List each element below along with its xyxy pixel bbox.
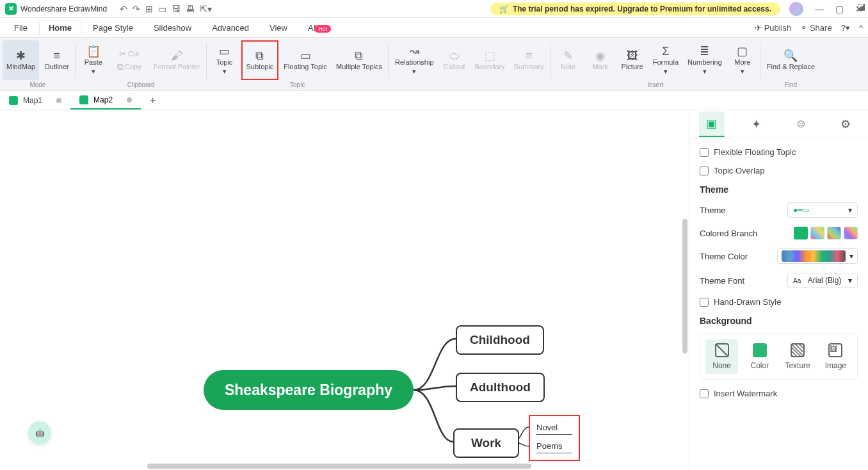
relationship-icon: ↝ — [410, 45, 419, 57]
numbering-button[interactable]: ≣Numbering▾ — [684, 40, 726, 80]
user-avatar[interactable] — [789, 2, 803, 16]
doc-tab-map1[interactable]: Map1 — [0, 91, 70, 109]
modified-dot — [56, 98, 61, 103]
panel-toggle-icon[interactable]: ◪ — [857, 1, 865, 12]
note-button[interactable]: ✎Note — [553, 40, 584, 80]
central-topic[interactable]: Sheakspeare Biography — [204, 370, 414, 410]
multiple-topics-button[interactable]: ⧉Multiple Topics — [332, 40, 386, 80]
theme-color-selector[interactable]: ▾ — [777, 248, 858, 264]
boundary-button[interactable]: ⬚Boundary — [471, 40, 509, 80]
swatch-4[interactable] — [844, 227, 858, 239]
cut-button[interactable]: ✂Cut — [110, 48, 149, 60]
theme-font-label: Theme Font — [700, 276, 744, 286]
paste-button[interactable]: 📋Paste▾ — [78, 40, 109, 80]
picture-button[interactable]: 🖼Picture — [617, 40, 648, 80]
format-painter-button[interactable]: 🖌Format Painter — [150, 40, 204, 80]
chat-fab[interactable]: 🤖 — [28, 421, 51, 444]
menu-advanced[interactable]: Advanced — [203, 20, 258, 35]
vertical-scrollbar[interactable] — [682, 219, 687, 353]
open-icon[interactable]: ▭ — [158, 4, 166, 14]
find-replace-button[interactable]: 🔍Find & Replace — [763, 40, 819, 80]
relationship-button[interactable]: ↝Relationship▾ — [391, 40, 438, 80]
swatch-2[interactable] — [810, 227, 824, 239]
theme-color-label: Theme Color — [700, 252, 748, 261]
color-icon — [753, 343, 767, 357]
formula-icon: Σ — [662, 45, 669, 57]
menu-home[interactable]: Home — [39, 20, 81, 35]
bg-image-button[interactable]: 🖼Image — [819, 339, 852, 374]
branch-swatches — [794, 227, 858, 239]
outliner-button[interactable]: ≡Outliner — [40, 40, 73, 80]
maximize-icon[interactable]: ▢ — [835, 4, 844, 14]
panel-tab-icons[interactable]: ☺ — [788, 111, 814, 137]
save-icon[interactable]: 🖫 — [172, 4, 181, 14]
doc-tab-map2[interactable]: Map2 — [70, 91, 141, 109]
multiple-icon: ⧉ — [355, 50, 363, 61]
floating-topic-button[interactable]: ▭Floating Topic — [280, 40, 331, 80]
panel-tab-style[interactable]: ▣ — [699, 111, 725, 137]
topic-childhood[interactable]: Childhood — [456, 325, 544, 355]
watermark-checkbox[interactable]: Insert Watermark — [700, 389, 858, 398]
clipboard-group-label: Clipboard — [127, 80, 155, 90]
topic-adulthood[interactable]: Adulthood — [456, 373, 545, 402]
summary-button[interactable]: ≡Summary — [510, 40, 548, 80]
publish-button[interactable]: ✈ Publish — [755, 23, 791, 33]
subtopic-novel[interactable]: Novel — [536, 423, 572, 435]
redo-icon[interactable]: ↷ — [133, 4, 140, 14]
share-button[interactable]: ⚬ Share — [800, 23, 832, 33]
bg-texture-button[interactable]: Texture — [782, 339, 814, 374]
mark-button[interactable]: ◉Mark — [585, 40, 616, 80]
subtopic-button[interactable]: ⧉Subtopic — [241, 40, 279, 80]
horizontal-scrollbar[interactable] — [147, 464, 531, 469]
theme-font-selector[interactable]: AaArial (Big)▾ — [787, 273, 858, 288]
menu-ai[interactable]: AIHot — [299, 20, 340, 35]
menu-bar: File Home Page Style Slideshow Advanced … — [0, 18, 868, 37]
formula-button[interactable]: ΣFormula▾ — [649, 40, 682, 80]
colored-branch-label: Colored Branch — [700, 229, 757, 238]
topic-group-label: Topic — [290, 80, 305, 90]
new-icon[interactable]: ⊞ — [145, 4, 153, 14]
print-icon[interactable]: 🖶 — [186, 4, 195, 14]
menu-page-style[interactable]: Page Style — [84, 20, 142, 35]
app-icon: ✕ — [5, 3, 17, 15]
bg-none-button[interactable]: None — [705, 339, 738, 374]
menu-file[interactable]: File — [5, 20, 36, 35]
topic-icon: ▭ — [219, 45, 230, 57]
copy-button[interactable]: ⧉Copy — [110, 61, 149, 72]
topic-overlap-checkbox[interactable]: Topic Overlap — [700, 166, 858, 175]
ribbon: ✱MindMap ≡Outliner Mode 📋Paste▾ ✂Cut ⧉Co… — [0, 37, 868, 91]
callout-button[interactable]: ⬭Callout — [439, 40, 470, 80]
subtopic-poems[interactable]: Poems — [536, 441, 572, 453]
subtopic-icon: ⧉ — [255, 50, 264, 61]
mindmap-button[interactable]: ✱MindMap — [3, 40, 39, 80]
panel-tab-ai[interactable]: ✦ — [744, 111, 769, 137]
help-icon[interactable]: ?▾ — [841, 23, 850, 33]
undo-icon[interactable]: ↶ — [120, 4, 127, 14]
panel-tab-settings[interactable]: ⚙ — [833, 111, 858, 137]
menu-view[interactable]: View — [261, 20, 296, 35]
add-tab-button[interactable]: + — [145, 95, 161, 106]
title-bar: ✕ Wondershare EdrawMind ↶ ↷ ⊞ ▭ 🖫 🖶 ⇱▾ 🛒… — [0, 0, 868, 18]
topic-button[interactable]: ▭Topic▾ — [209, 40, 240, 80]
export-icon[interactable]: ⇱▾ — [200, 4, 212, 14]
outliner-icon: ≡ — [53, 50, 60, 61]
topic-work[interactable]: Work — [453, 428, 519, 458]
minimize-icon[interactable]: — — [815, 4, 824, 14]
hand-drawn-checkbox[interactable]: Hand-Drawn Style — [700, 297, 858, 307]
more-button[interactable]: ▢More▾ — [727, 40, 758, 80]
floating-icon: ▭ — [300, 50, 311, 61]
bg-color-button[interactable]: Color — [743, 339, 776, 374]
flexible-floating-checkbox[interactable]: Flexible Floating Topic — [700, 147, 858, 157]
app-title: Wondershare EdrawMind — [20, 4, 107, 13]
document-tabs: Map1 Map2 + ◪ — [0, 91, 868, 110]
workspace: Sheakspeare Biography Childhood Adulthoo… — [0, 110, 868, 470]
color-strip — [782, 250, 846, 262]
collapse-ribbon-icon[interactable]: ^ — [859, 23, 863, 33]
hot-badge: Hot — [314, 25, 331, 33]
theme-selector[interactable]: ●━▭▾ — [787, 202, 858, 218]
trial-banner[interactable]: 🛒 The trial period has expired. Upgrade … — [490, 3, 780, 15]
swatch-1[interactable] — [794, 227, 808, 239]
menu-slideshow[interactable]: Slideshow — [145, 20, 200, 35]
canvas[interactable]: Sheakspeare Biography Childhood Adulthoo… — [0, 110, 689, 470]
swatch-3[interactable] — [827, 227, 841, 239]
